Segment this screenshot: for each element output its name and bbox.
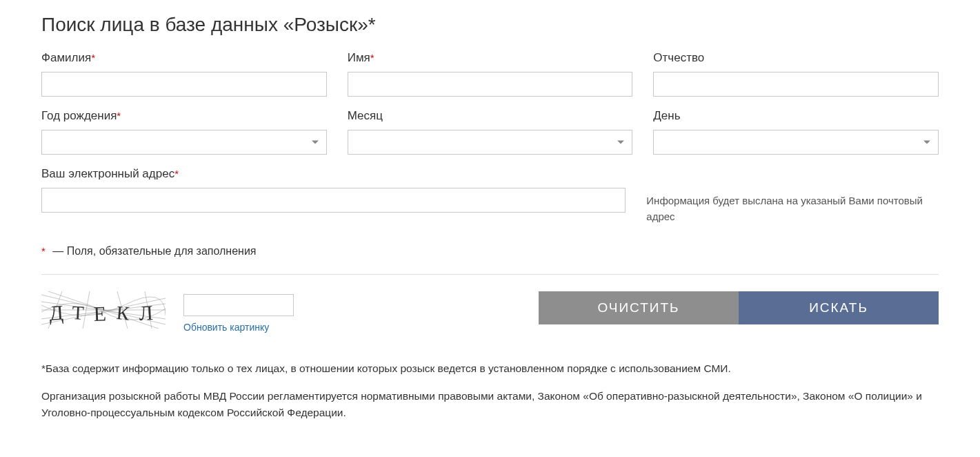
year-select[interactable] (41, 130, 327, 155)
patronymic-field: Отчество (653, 51, 939, 97)
required-asterisk: * (91, 52, 95, 64)
svg-text:Д: Д (48, 301, 64, 324)
refresh-captcha-link[interactable]: Обновить картинку (183, 322, 294, 333)
surname-input[interactable] (41, 72, 327, 97)
required-note-dash: — (50, 245, 67, 257)
svg-text:Е: Е (93, 302, 106, 325)
name-label-text: Имя (348, 51, 370, 64)
name-input[interactable] (348, 72, 633, 97)
surname-label: Фамилия* (41, 51, 327, 65)
day-field: День (653, 109, 939, 155)
required-note-text: Поля, обязательные для заполнения (67, 245, 257, 257)
footnote-2: Организация розыскной работы МВД России … (41, 388, 939, 421)
email-label-text: Ваш электронный адрес (41, 167, 174, 180)
search-button[interactable]: искать (739, 291, 939, 324)
clear-button[interactable]: очистить (539, 291, 739, 324)
name-field: Имя* (348, 51, 633, 97)
year-label-text: Год рождения (41, 109, 117, 122)
captcha-row: Д Т Е К Л Обновить картинку очистить иск… (41, 291, 939, 333)
footnote-1: *База содержит информацию только о тех л… (41, 360, 939, 377)
required-asterisk: * (117, 110, 121, 121)
page-title: Поиск лица в базе данных «Розыск»* (41, 14, 939, 36)
email-label: Ваш электронный адрес* (41, 167, 626, 181)
svg-text:Л: Л (139, 301, 154, 324)
name-label: Имя* (348, 51, 633, 65)
captcha-input-block: Обновить картинку (183, 291, 294, 333)
action-buttons: очистить искать (539, 291, 939, 324)
required-asterisk: * (41, 245, 46, 257)
surname-label-text: Фамилия (41, 51, 91, 64)
form-grid: Фамилия* Имя* Отчество Год рождения* Мес… (41, 51, 939, 155)
captcha-input[interactable] (183, 294, 294, 316)
captcha-image: Д Т Е К Л (41, 291, 166, 329)
patronymic-input[interactable] (653, 72, 939, 97)
year-label: Год рождения* (41, 109, 327, 123)
email-row: Ваш электронный адрес* Информация будет … (41, 167, 939, 224)
month-field: Месяц (348, 109, 633, 155)
day-select[interactable] (653, 130, 939, 155)
required-asterisk: * (174, 168, 179, 179)
month-select[interactable] (348, 130, 633, 155)
svg-text:Т: Т (72, 302, 85, 324)
required-asterisk: * (370, 52, 374, 64)
captcha-image-block: Д Т Е К Л (41, 291, 166, 329)
month-label: Месяц (348, 109, 633, 123)
email-info-note: Информация будет выслана на указаный Вам… (646, 167, 939, 224)
email-field: Ваш электронный адрес* (41, 167, 626, 213)
surname-field: Фамилия* (41, 51, 327, 97)
day-label: День (653, 109, 939, 123)
email-input[interactable] (41, 188, 626, 213)
divider (41, 274, 939, 275)
svg-text:К: К (115, 302, 130, 324)
required-fields-note: * — Поля, обязательные для заполнения (41, 245, 939, 257)
patronymic-label: Отчество (653, 51, 939, 65)
year-field: Год рождения* (41, 109, 327, 155)
